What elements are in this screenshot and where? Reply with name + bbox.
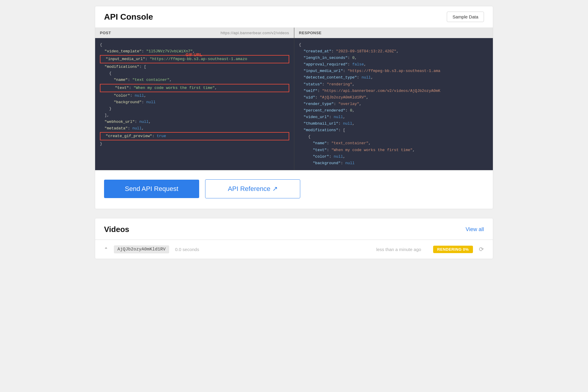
sample-data-button[interactable]: Sample Data — [447, 12, 484, 22]
api-reference-button[interactable]: API Reference ↗ — [205, 179, 300, 198]
spinner-icon: ⟳ — [479, 246, 484, 253]
buttons-area: Send API Request API Reference ↗ — [95, 170, 493, 209]
response-code-body[interactable]: { "created_at": "2023-09-18T04:13:22.420… — [294, 38, 493, 170]
response-panel: RESPONSE { "created_at": "2023-09-18T04:… — [294, 28, 493, 170]
request-panel: POST https://api.bannerbear.com/v2/video… — [95, 28, 294, 170]
send-api-button[interactable]: Send API Request — [104, 180, 199, 198]
api-console-header: API Console Sample Data — [95, 6, 493, 28]
videos-card: Videos View all ⌃ AjQJb2ozyA0mKld1RV 0.0… — [95, 218, 493, 259]
gif-url-label: GIF URL — [185, 52, 202, 57]
videos-header: Videos View all — [95, 218, 493, 240]
status-badge: RENDERING 0% — [433, 246, 473, 253]
api-console-card: API Console Sample Data POST https://api… — [95, 6, 493, 209]
request-header: POST https://api.bannerbear.com/v2/video… — [95, 28, 294, 38]
chevron-up-icon[interactable]: ⌃ — [104, 247, 108, 252]
video-uid: AjQJb2ozyA0mKld1RV — [114, 245, 169, 253]
code-panel: POST https://api.bannerbear.com/v2/video… — [95, 28, 493, 170]
video-time: less than a minute ago — [376, 247, 421, 252]
response-header: RESPONSE — [294, 28, 493, 38]
request-url: https://api.bannerbear.com/v2/videos — [221, 31, 289, 35]
table-row: ⌃ AjQJb2ozyA0mKld1RV 0.0 seconds less th… — [95, 240, 493, 259]
video-duration: 0.0 seconds — [175, 247, 370, 252]
http-method: POST — [100, 31, 111, 35]
videos-title: Videos — [104, 225, 129, 234]
view-all-link[interactable]: View all — [466, 226, 484, 233]
page-title: API Console — [104, 12, 153, 22]
response-label: RESPONSE — [299, 31, 322, 35]
